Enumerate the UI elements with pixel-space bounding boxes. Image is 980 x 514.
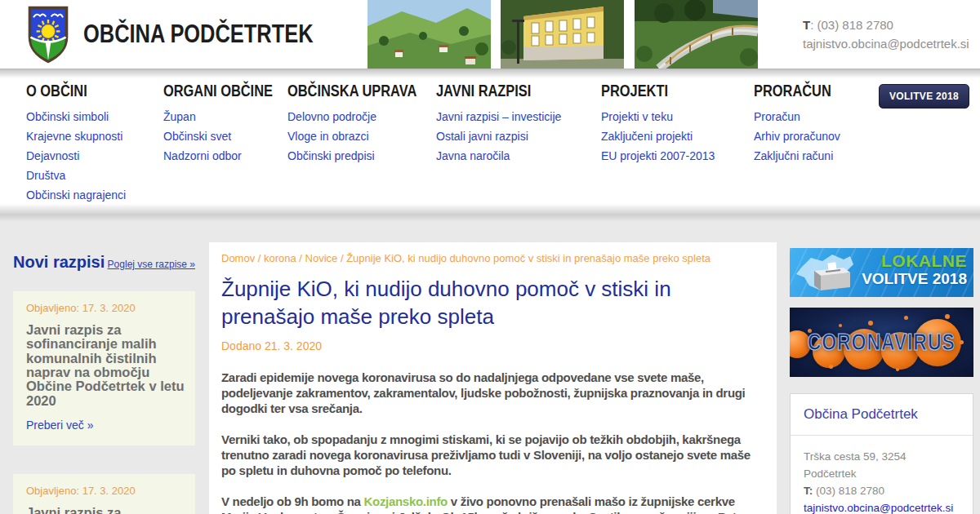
nav-divider [0,204,980,222]
contact-address: Trška cesta 59, 3254 Podčetrtek [804,448,960,482]
nav-link-obcinski-nagrajenci[interactable]: Občinski nagrajenci [26,185,163,205]
banner-corona-text: CORONAVIRUS [808,329,956,356]
main-navigation: O OBČINI Občinski simboli Krajevne skupn… [0,80,980,204]
photo-countryside [368,0,491,69]
nav-link-projekti-v-teku[interactable]: Projekti v teku [601,107,754,126]
nav-heading: PROJEKTI [601,82,668,100]
main-article-panel: Domov / korona / Novice / Župnije KiO, k… [209,242,777,514]
nav-link-obcinski-simboli[interactable]: Občinski simboli [26,107,163,126]
nav-link-javni-razpisi-investicije[interactable]: Javni razpisi – investicije [436,107,601,126]
header-contact: T: (03) 818 2780 tajnistvo.obcina@podcet… [803,16,969,53]
see-all-razpisi-link[interactable]: Poglej vse razpise » [108,259,195,270]
nav-link-vloge-in-obrazci[interactable]: Vloge in obrazci [287,126,436,146]
read-more-link[interactable]: Preberi več » [26,419,93,432]
kozjansko-info-link[interactable]: Kozjansko.info [363,494,447,508]
news-card[interactable]: Objavljeno: 17. 3. 2020 Javni razpis za … [13,474,195,514]
news-title: Javni razpis za sofinanciranje [26,506,187,514]
breadcrumb[interactable]: Domov / korona / Novice / Župnije KiO, k… [221,252,765,264]
header-email-link[interactable]: tajnistvo.obcina@podcetrtek.si [803,37,969,51]
contact-phone: T: (03) 818 2780 [804,482,960,499]
nav-column-o-obcini: O OBČINI Občinski simboli Krajevne skupn… [26,82,163,205]
nav-link-eu-projekti[interactable]: EU projekti 2007-2013 [601,146,754,166]
nav-link-proracun[interactable]: Proračun [754,107,876,126]
coat-of-arms-logo [26,4,70,64]
contact-box-title[interactable]: Občina Podčetrtek [804,406,918,422]
nav-heading: PRORAČUN [754,82,831,100]
article-paragraph: Verniki tako, ob spopadanju z mnogimi st… [221,432,765,478]
lokalne-volitve-banner[interactable]: LOKALNE VOLITVE 2018 [790,248,973,297]
news-published-date: Objavljeno: 17. 3. 2020 [26,485,187,497]
nav-link-zupan[interactable]: Župan [163,107,287,126]
article-paragraph: Zaradi epidemije novega koronavirusa so … [221,370,765,416]
header-phone: T: (03) 818 2780 [803,16,969,34]
site-header: OBČINA PODČETRTEK Dobrodošli! [0,0,980,69]
nav-link-obcinski-svet[interactable]: Občinski svet [163,126,287,146]
banner-volitve-line2: VOLITVE 2018 [862,271,967,288]
news-title: Javni razpis za sofinanciranje malih kom… [26,323,187,408]
article-date: Dodano 21. 3. 2020 [221,339,765,352]
left-sidebar: Novi razpisi Poglej vse razpise » Objavl… [0,242,209,514]
news-card[interactable]: Objavljeno: 17. 3. 2020 Javni razpis za … [13,291,195,445]
nav-link-dejavnosti[interactable]: Dejavnosti [26,146,163,166]
nav-link-arhiv-proracunov[interactable]: Arhiv proračunov [754,126,876,146]
nav-heading: JAVNI RAZPISI [436,82,531,100]
nav-link-ostali-javni-razpisi[interactable]: Ostali javni razpisi [436,126,601,146]
site-title: OBČINA PODČETRTEK [83,20,363,49]
nav-heading: O OBČINI [26,82,87,100]
nav-column-projekti: PROJEKTI Projekti v teku Zaključeni proj… [601,82,754,205]
nav-column-obcinska-uprava: OBČINSKA UPRAVA Delovno področje Vloge i… [287,82,436,205]
nav-link-nadzorni-odbor[interactable]: Nadzorni odbor [163,146,287,166]
photo-town-building [501,0,624,69]
photo-walkway [635,0,758,69]
contact-box: Občina Podčetrtek Trška cesta 59, 3254 P… [790,393,973,514]
nav-column-javni-razpisi: JAVNI RAZPISI Javni razpisi – investicij… [436,82,601,205]
volitve-2018-button[interactable]: VOLITVE 2018 [879,84,969,109]
nav-column-proracun: PRORAČUN Proračun Arhiv proračunov Zaklj… [754,82,876,205]
nav-link-krajevne-skupnosti[interactable]: Krajevne skupnosti [26,126,163,146]
header-divider [0,69,980,80]
page-title: Župnije KiO, ki nudijo duhovno pomoč v s… [221,275,765,330]
left-sidebar-title: Novi razpisi [13,253,105,272]
nav-link-drustva[interactable]: Društva [26,166,163,185]
nav-column-organi-obcine: ORGANI OBČINE Župan Občinski svet Nadzor… [163,82,287,205]
content-area: Novi razpisi Poglej vse razpise » Objavl… [0,222,980,514]
nav-heading: OBČINSKA UPRAVA [287,82,416,100]
nav-link-zakljucni-racuni[interactable]: Zaključni računi [754,146,876,166]
nav-link-javna-narocila[interactable]: Javna naročila [436,146,601,166]
nav-link-obcinski-predpisi[interactable]: Občinski predpisi [287,146,436,166]
contact-email-link[interactable]: tajnistvo.obcina@podcetrtek.si [804,502,953,514]
right-sidebar: LOKALNE VOLITVE 2018 CORONAVIRUS Občina … [790,242,973,514]
nav-link-delovno-podrocje[interactable]: Delovno področje [287,107,436,126]
article-paragraph: V nedeljo ob 9h bomo na Kozjansko.info v… [221,494,765,514]
nav-link-zakljuceni-projekti[interactable]: Zaključeni projekti [601,126,754,146]
news-published-date: Objavljeno: 17. 3. 2020 [26,302,187,314]
banner-volitve-line1: LOKALNE [862,252,967,271]
coronavirus-banner[interactable]: CORONAVIRUS [790,308,973,377]
nav-heading: ORGANI OBČINE [163,82,273,100]
